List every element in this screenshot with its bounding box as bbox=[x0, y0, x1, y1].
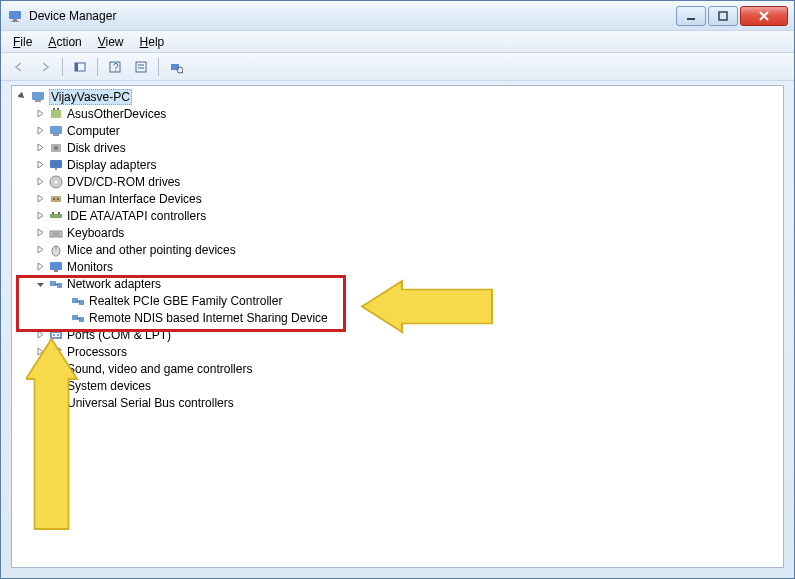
tree-node-label: Monitors bbox=[67, 260, 113, 274]
svg-line-43 bbox=[55, 284, 58, 285]
svg-rect-4 bbox=[719, 12, 727, 20]
device-manager-window: Device Manager File Action View Help ? bbox=[0, 0, 795, 579]
tree-node-label: IDE ATA/ATAPI controllers bbox=[67, 209, 206, 223]
sound-icon bbox=[48, 361, 64, 377]
toolbar-separator bbox=[62, 58, 63, 76]
toolbar-separator bbox=[97, 58, 98, 76]
expand-icon[interactable] bbox=[34, 159, 46, 171]
tree-node-label: System devices bbox=[67, 379, 151, 393]
svg-rect-53 bbox=[52, 348, 60, 356]
tree-node-label: Keyboards bbox=[67, 226, 124, 240]
svg-point-52 bbox=[57, 334, 59, 336]
expand-icon[interactable] bbox=[34, 329, 46, 341]
tree-node-sound-video-and-game-controllers[interactable]: Sound, video and game controllers bbox=[12, 360, 783, 377]
port-icon bbox=[48, 327, 64, 343]
svg-rect-12 bbox=[171, 64, 179, 70]
tree-node-human-interface-devices[interactable]: Human Interface Devices bbox=[12, 190, 783, 207]
tree-child-realtek-pcie-gbe-family-controller[interactable]: Realtek PCIe GBE Family Controller bbox=[12, 292, 783, 309]
svg-rect-20 bbox=[50, 126, 62, 134]
scan-hardware-button[interactable] bbox=[164, 56, 188, 78]
tree-node-label: Display adapters bbox=[67, 158, 156, 172]
svg-point-27 bbox=[55, 180, 58, 183]
usb-icon bbox=[48, 395, 64, 411]
tree-node-asusotherdevices[interactable]: AsusOtherDevices bbox=[12, 105, 783, 122]
svg-rect-19 bbox=[57, 108, 59, 110]
menu-action[interactable]: Action bbox=[40, 33, 89, 51]
expand-icon[interactable] bbox=[34, 210, 46, 222]
svg-rect-2 bbox=[11, 21, 19, 22]
network-icon bbox=[70, 293, 86, 309]
svg-rect-9 bbox=[136, 62, 146, 72]
collapse-icon[interactable] bbox=[34, 278, 46, 290]
expand-icon[interactable] bbox=[34, 363, 46, 375]
svg-line-14 bbox=[182, 72, 183, 73]
tree-root-label: VijayVasve-PC bbox=[49, 89, 132, 105]
mouse-icon bbox=[48, 242, 64, 258]
menubar: File Action View Help bbox=[1, 31, 794, 53]
tree-node-label: Processors bbox=[67, 345, 127, 359]
tree-node-network-adapters[interactable]: Network adapters bbox=[12, 275, 783, 292]
expand-icon[interactable] bbox=[34, 108, 46, 120]
tree-panel[interactable]: VijayVasve-PC AsusOtherDevices Computer … bbox=[11, 85, 784, 568]
computer-icon bbox=[48, 123, 64, 139]
svg-text:?: ? bbox=[113, 62, 119, 73]
device-icon bbox=[48, 106, 64, 122]
show-hide-console-button[interactable] bbox=[68, 56, 92, 78]
tree-child-label: Realtek PCIe GBE Family Controller bbox=[89, 294, 282, 308]
ide-icon bbox=[48, 208, 64, 224]
expand-icon[interactable] bbox=[34, 142, 46, 154]
tree-node-label: Disk drives bbox=[67, 141, 126, 155]
help-button[interactable]: ? bbox=[103, 56, 127, 78]
tree-node-processors[interactable]: Processors bbox=[12, 343, 783, 360]
tree-child-remote-ndis-based-internet-sharing-device[interactable]: Remote NDIS based Internet Sharing Devic… bbox=[12, 309, 783, 326]
tree-child-label: Remote NDIS based Internet Sharing Devic… bbox=[89, 311, 328, 325]
window-title: Device Manager bbox=[29, 9, 676, 23]
menu-view[interactable]: View bbox=[90, 33, 132, 51]
svg-rect-32 bbox=[52, 212, 54, 214]
tree-node-ports-com-lpt-[interactable]: Ports (COM & LPT) bbox=[12, 326, 783, 343]
hid-icon bbox=[48, 191, 64, 207]
maximize-button[interactable] bbox=[708, 6, 738, 26]
tree-root[interactable]: VijayVasve-PC bbox=[12, 88, 783, 105]
tree-node-display-adapters[interactable]: Display adapters bbox=[12, 156, 783, 173]
svg-rect-50 bbox=[51, 332, 61, 338]
network-icon bbox=[70, 310, 86, 326]
tree-node-label: AsusOtherDevices bbox=[67, 107, 166, 121]
tree-node-ide-ata-atapi-controllers[interactable]: IDE ATA/ATAPI controllers bbox=[12, 207, 783, 224]
svg-rect-47 bbox=[72, 315, 78, 320]
expand-icon[interactable] bbox=[34, 193, 46, 205]
titlebar[interactable]: Device Manager bbox=[1, 1, 794, 31]
menu-help[interactable]: Help bbox=[132, 33, 173, 51]
keyboard-icon bbox=[48, 225, 64, 241]
menu-file[interactable]: File bbox=[5, 33, 40, 51]
expand-icon[interactable] bbox=[34, 346, 46, 358]
svg-rect-39 bbox=[50, 262, 62, 270]
tree-node-keyboards[interactable]: Keyboards bbox=[12, 224, 783, 241]
close-button[interactable] bbox=[740, 6, 788, 26]
expand-icon[interactable] bbox=[34, 380, 46, 392]
app-icon bbox=[7, 8, 23, 24]
svg-rect-6 bbox=[75, 63, 78, 71]
tree-node-dvd-cd-rom-drives[interactable]: DVD/CD-ROM drives bbox=[12, 173, 783, 190]
tree-node-monitors[interactable]: Monitors bbox=[12, 258, 783, 275]
tree-node-disk-drives[interactable]: Disk drives bbox=[12, 139, 783, 156]
monitor-icon bbox=[48, 259, 64, 275]
svg-rect-28 bbox=[51, 196, 61, 202]
tree-node-computer[interactable]: Computer bbox=[12, 122, 783, 139]
tree-node-system-devices[interactable]: System devices bbox=[12, 377, 783, 394]
device-tree: VijayVasve-PC AsusOtherDevices Computer … bbox=[12, 86, 783, 413]
tree-node-universal-serial-bus-controllers[interactable]: Universal Serial Bus controllers bbox=[12, 394, 783, 411]
properties-button[interactable] bbox=[129, 56, 153, 78]
expand-icon[interactable] bbox=[34, 125, 46, 137]
svg-rect-3 bbox=[687, 18, 695, 20]
expand-icon[interactable] bbox=[34, 244, 46, 256]
collapse-icon[interactable] bbox=[16, 91, 28, 103]
expand-icon[interactable] bbox=[34, 397, 46, 409]
expand-icon[interactable] bbox=[34, 176, 46, 188]
minimize-button[interactable] bbox=[676, 6, 706, 26]
tree-node-label: Computer bbox=[67, 124, 120, 138]
tree-node-mice-and-other-pointing-devices[interactable]: Mice and other pointing devices bbox=[12, 241, 783, 258]
expand-icon[interactable] bbox=[34, 227, 46, 239]
expand-icon[interactable] bbox=[34, 261, 46, 273]
svg-rect-25 bbox=[55, 168, 57, 170]
